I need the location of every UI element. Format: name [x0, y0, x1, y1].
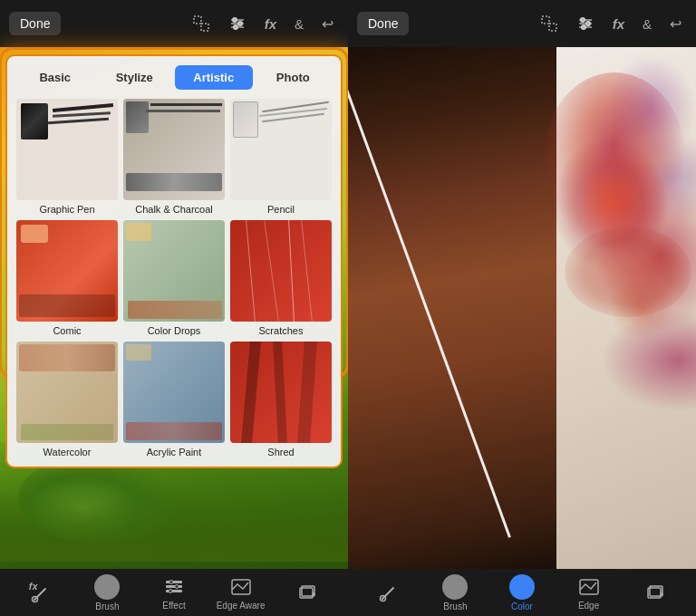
filter-label-watercolor: Watercolor — [44, 447, 92, 457]
filter-label-acrylic: Acrylic Paint — [147, 447, 202, 457]
effect-icon — [162, 575, 186, 599]
brush-label-right: Brush — [443, 602, 467, 611]
right-bottom-bar: Brush Color Edge — [348, 569, 696, 616]
filter-label-chalk: Chalk & Charcoal — [135, 204, 213, 215]
sliders-icon-left[interactable] — [223, 11, 252, 36]
done-button-left[interactable]: Done — [9, 12, 61, 35]
svg-point-5 — [233, 18, 237, 22]
filter-chalk-charcoal[interactable]: Chalk & Charcoal — [123, 99, 225, 215]
effect-label: Effect — [162, 601, 185, 611]
brush-paint-item[interactable] — [355, 581, 422, 604]
filter-panel: Basic Stylize Artistic Photo Graphic Pen — [5, 54, 343, 468]
select-icon-right[interactable] — [535, 11, 564, 36]
filter-scratches[interactable]: Scratches — [230, 220, 332, 336]
filter-thumb-scratches — [230, 220, 332, 322]
filter-label-color-drops: Color Drops — [148, 325, 201, 336]
filter-label-shred: Shred — [267, 447, 294, 457]
svg-point-13 — [175, 584, 179, 588]
filter-shred[interactable]: Shred — [230, 342, 332, 457]
filter-acrylic-paint[interactable]: Acrylic Paint — [123, 342, 225, 457]
amp-icon-right[interactable]: & — [637, 13, 657, 35]
edge-aware-icon-left — [229, 575, 253, 599]
filter-color-drops[interactable]: Color Drops — [123, 220, 225, 336]
fx-brush-item[interactable]: fx — [7, 581, 74, 604]
svg-rect-9 — [166, 581, 182, 583]
filter-graphic-pen[interactable]: Graphic Pen — [16, 99, 118, 215]
brush-paint-icon — [377, 581, 401, 604]
done-button-right[interactable]: Done — [357, 12, 409, 35]
svg-rect-20 — [542, 16, 549, 24]
svg-point-25 — [581, 18, 585, 22]
edge-label: Edge — [578, 601, 599, 611]
color-label: Color — [511, 602, 533, 611]
layers-item-right[interactable] — [622, 581, 689, 604]
edge-aware-item-right[interactable]: Edge — [556, 575, 623, 611]
filter-thumb-pencil — [230, 99, 332, 200]
svg-rect-1 — [201, 24, 208, 31]
edge-aware-item-left[interactable]: Edge Aware — [208, 575, 275, 611]
svg-rect-10 — [166, 585, 182, 588]
svg-point-7 — [234, 25, 237, 29]
effect-item[interactable]: Effect — [140, 575, 208, 611]
filter-thumb-comic — [16, 220, 118, 322]
filter-comic[interactable]: Comic — [16, 220, 118, 336]
svg-point-6 — [238, 22, 242, 25]
filter-grid: Graphic Pen Chalk & Charcoal — [16, 99, 332, 457]
filter-watercolor[interactable]: Watercolor — [16, 342, 118, 457]
filter-thumb-shred — [230, 342, 332, 443]
tab-basic[interactable]: Basic — [16, 65, 94, 90]
layers-item-left[interactable] — [274, 581, 341, 604]
brush-circle-icon — [94, 574, 120, 600]
filter-thumb-color-drops — [123, 220, 225, 322]
filter-thumb-chalk — [123, 99, 225, 200]
filter-label-comic: Comic — [53, 325, 81, 336]
tab-artistic[interactable]: Artistic — [175, 65, 253, 90]
color-item[interactable]: Color — [488, 574, 556, 611]
undo-icon-right[interactable]: ↩ — [664, 12, 687, 36]
brush-item-right[interactable]: Brush — [422, 574, 489, 611]
svg-point-12 — [169, 580, 173, 583]
right-toolbar: Done fx & ↩ — [348, 0, 696, 47]
tab-stylize[interactable]: Stylize — [96, 65, 174, 90]
svg-rect-21 — [549, 24, 556, 31]
fx-brush-icon: fx — [29, 581, 53, 604]
amp-icon-left[interactable]: & — [289, 13, 309, 35]
filter-pencil[interactable]: Pencil — [230, 99, 332, 215]
paint-stroke-4 — [565, 226, 691, 317]
brush-item-left[interactable]: Brush — [74, 574, 141, 611]
fx-icon-right[interactable]: fx — [607, 13, 630, 35]
svg-point-26 — [586, 22, 590, 25]
undo-icon-left[interactable]: ↩ — [316, 12, 339, 36]
svg-rect-0 — [194, 16, 201, 24]
edge-aware-icon-right — [577, 575, 601, 599]
filter-thumb-graphic-pen — [16, 99, 118, 200]
right-panel: Done fx & ↩ B — [348, 0, 696, 616]
sliders-icon-right[interactable] — [571, 11, 600, 36]
paint-stroke-3 — [605, 54, 696, 163]
svg-point-14 — [169, 589, 172, 592]
select-icon-left[interactable] — [187, 11, 216, 36]
edge-aware-label-left: Edge Aware — [217, 601, 266, 611]
filter-tabs: Basic Stylize Artistic Photo — [16, 65, 332, 90]
filter-label-graphic-pen: Graphic Pen — [39, 204, 94, 215]
filter-thumb-acrylic — [123, 342, 225, 443]
brush-circle-right — [442, 574, 468, 600]
left-toolbar: Done fx & ↩ — [0, 0, 348, 47]
layers-plus-icon-right — [643, 581, 667, 604]
filter-thumb-watercolor — [16, 342, 118, 443]
svg-point-27 — [582, 25, 585, 29]
filter-label-pencil: Pencil — [267, 204, 295, 215]
brush-label-left: Brush — [95, 602, 119, 611]
fx-icon-left[interactable]: fx — [259, 13, 282, 35]
left-panel: Done fx & ↩ Basic Stylize Artistic Photo — [0, 0, 348, 616]
left-bottom-bar: fx Brush Effect — [0, 569, 348, 616]
color-circle-icon — [509, 574, 535, 600]
tab-photo[interactable]: Photo — [255, 65, 333, 90]
layers-icon-left — [295, 581, 319, 604]
filter-label-scratches: Scratches — [259, 325, 304, 336]
